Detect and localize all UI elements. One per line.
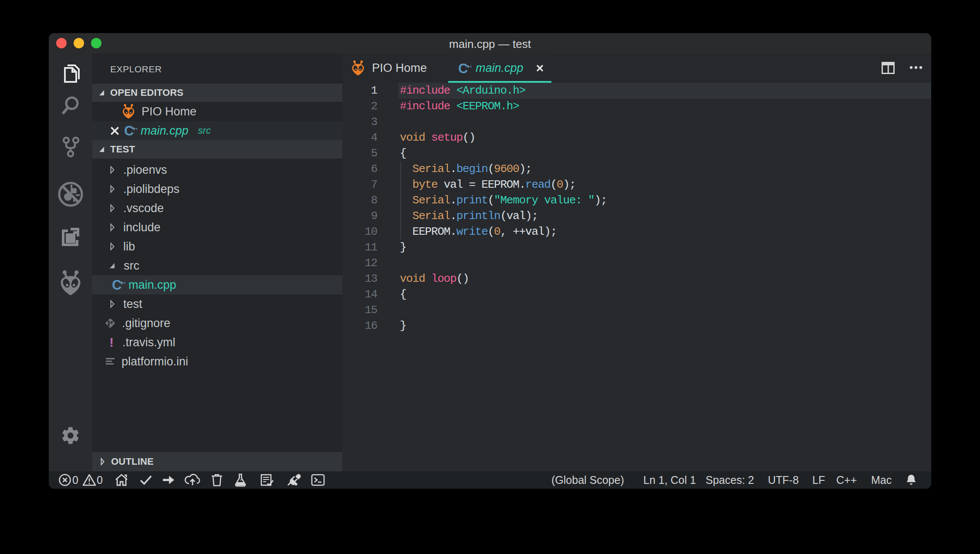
svg-text:++: ++ <box>120 280 125 286</box>
svg-text:++: ++ <box>132 125 137 132</box>
svg-text:++: ++ <box>466 63 471 70</box>
